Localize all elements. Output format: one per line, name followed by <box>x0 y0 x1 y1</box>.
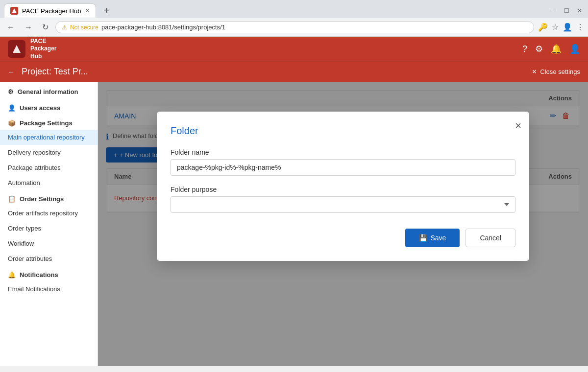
close-settings-button[interactable]: ✕ Close settings <box>532 68 580 75</box>
sidebar-item-order-artifacts[interactable]: Order artifacts repository <box>0 206 98 221</box>
sidebar-general-information[interactable]: ⚙ General information <box>0 82 98 98</box>
save-button[interactable]: 💾 Save <box>405 229 460 247</box>
user-icon: 👤 <box>8 104 16 112</box>
modal-close-button[interactable]: × <box>515 119 521 132</box>
sidebar-item-package-attributes[interactable]: Package attributes <box>0 160 98 175</box>
folder-modal: Folder × Folder name Folder purpose Arch… <box>157 112 529 261</box>
profile-icon[interactable]: 🔑 <box>538 23 548 32</box>
sidebar: ⚙ General information 👤 Users access 📦 P… <box>0 82 98 366</box>
folder-purpose-group: Folder purpose Archive Delivery Working <box>171 186 515 213</box>
folder-purpose-label: Folder purpose <box>171 186 515 193</box>
account-icon[interactable]: 👤 <box>563 23 572 32</box>
logo-area: PACE Packager Hub <box>8 38 56 61</box>
project-title: Project: Test Pr... <box>22 67 88 77</box>
folder-name-group: Folder name <box>171 148 515 176</box>
tab-title: PACE Packager Hub <box>22 7 81 15</box>
logo-box <box>8 40 25 58</box>
app-header: PACE Packager Hub ? ⚙ 🔔 👤 <box>0 37 588 61</box>
folder-name-label: Folder name <box>171 148 515 156</box>
modal-overlay: Folder × Folder name Folder purpose Arch… <box>98 82 588 366</box>
sidebar-item-main-operational[interactable]: Main operational repository <box>0 130 98 145</box>
minimize-button[interactable]: — <box>548 7 558 14</box>
help-icon[interactable]: ? <box>522 44 527 54</box>
not-secure-label: Not secure <box>70 24 98 31</box>
sidebar-item-order-types[interactable]: Order types <box>0 221 98 236</box>
tab-close-button[interactable]: × <box>85 7 89 15</box>
close-window-button[interactable]: ✕ <box>575 7 584 14</box>
main-content: Actions AMAIN ✏ 🗑 ℹ Defi <box>98 82 588 366</box>
back-button[interactable]: ← Project: Test Pr... <box>8 67 88 77</box>
sidebar-item-workflow[interactable]: Workflow <box>0 236 98 251</box>
forward-nav-button[interactable]: → <box>22 22 35 33</box>
bell-icon: 🔔 <box>8 271 16 279</box>
cancel-button[interactable]: Cancel <box>466 229 515 247</box>
user-avatar[interactable]: 👤 <box>569 44 580 54</box>
folder-name-input[interactable] <box>171 159 515 176</box>
app-subheader: ← Project: Test Pr... ✕ Close settings <box>0 61 588 82</box>
sidebar-users-access[interactable]: 👤 Users access <box>0 98 98 115</box>
app-logo-text: PACE Packager Hub <box>30 38 56 61</box>
menu-icon[interactable]: ⋮ <box>576 23 584 32</box>
sidebar-notifications: 🔔 Notifications <box>0 266 98 281</box>
sidebar-item-email-notifications[interactable]: Email Notifications <box>0 281 98 297</box>
back-arrow-icon: ← <box>8 68 15 76</box>
maximize-button[interactable]: ☐ <box>562 7 571 14</box>
url-bar[interactable]: pace-packager-hub:8081/settings/projects… <box>101 23 528 31</box>
folder-purpose-select[interactable]: Archive Delivery Working <box>171 196 515 213</box>
back-nav-button[interactable]: ← <box>4 22 18 33</box>
info-icon: ⚙ <box>8 88 14 95</box>
new-tab-button[interactable]: + <box>100 3 114 18</box>
settings-icon[interactable]: ⚙ <box>535 44 543 54</box>
package-icon: 📦 <box>8 119 16 127</box>
reload-button[interactable]: ↻ <box>39 22 51 33</box>
sidebar-item-automation[interactable]: Automation <box>0 175 98 190</box>
save-icon: 💾 <box>419 234 427 242</box>
sidebar-item-order-attributes[interactable]: Order attributes <box>0 251 98 266</box>
modal-actions: 💾 Save Cancel <box>171 229 515 247</box>
sidebar-item-delivery-repository[interactable]: Delivery repository <box>0 145 98 160</box>
bookmark-icon[interactable]: ☆ <box>552 23 559 32</box>
order-icon: 📋 <box>8 195 16 203</box>
notifications-icon[interactable]: 🔔 <box>551 44 562 54</box>
sidebar-package-settings: 📦 Package Settings <box>0 115 98 130</box>
sidebar-order-settings: 📋 Order Settings <box>0 190 98 206</box>
browser-favicon <box>10 7 18 15</box>
security-icon: ⚠ <box>62 24 67 31</box>
close-icon: ✕ <box>532 68 537 75</box>
modal-title: Folder <box>171 125 515 137</box>
